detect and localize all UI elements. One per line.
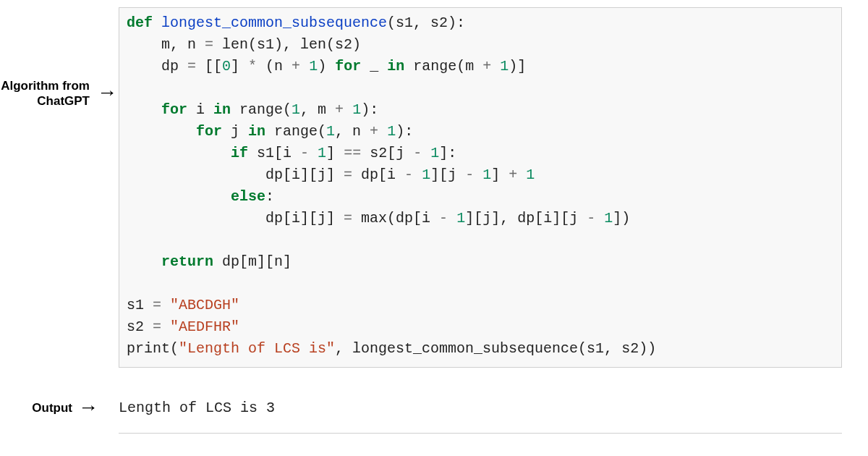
code-token: dp xyxy=(127,58,187,75)
code-token: ] xyxy=(326,145,344,161)
code-token: 1 xyxy=(526,166,535,183)
code-token xyxy=(127,188,231,205)
code-token: , n xyxy=(335,123,370,140)
code-token xyxy=(344,101,352,118)
code-token xyxy=(422,145,430,161)
code-token: (s1, s2): xyxy=(387,14,465,31)
code-token: 1 xyxy=(309,58,318,75)
code-token: range( xyxy=(231,101,292,118)
code-token: * xyxy=(248,58,257,75)
code-token: range( xyxy=(265,123,326,140)
code-token xyxy=(378,123,387,140)
code-token: return xyxy=(161,253,213,270)
code-token: ][j xyxy=(430,166,465,183)
code-token: for xyxy=(196,123,222,140)
code-token xyxy=(127,253,161,270)
code-token: in xyxy=(248,123,265,140)
code-token: dp[i][j] xyxy=(127,210,344,227)
code-token: 1 xyxy=(422,166,430,183)
code-token xyxy=(517,166,526,183)
code-token: m, n xyxy=(127,36,205,53)
code-token: = xyxy=(187,58,196,75)
code-token: , longest_common_subsequence(s1, s2)) xyxy=(335,340,656,357)
code-token: - xyxy=(587,210,595,227)
code-token xyxy=(491,58,500,75)
code-token: print( xyxy=(127,340,179,357)
code-token: if xyxy=(231,145,248,161)
code-token: ]) xyxy=(613,210,630,227)
code-token xyxy=(309,145,318,161)
code-token: ): xyxy=(361,101,378,118)
code-token: 1 xyxy=(326,123,335,140)
code-token: + xyxy=(292,58,300,75)
code-token: : xyxy=(265,188,274,205)
code-block: def longest_common_subsequence(s1, s2): … xyxy=(119,7,842,368)
code-token: dp[i][j] xyxy=(127,166,344,183)
program-output: Length of LCS is 3 xyxy=(119,400,275,416)
code-token: [[ xyxy=(196,58,222,75)
code-token xyxy=(127,145,231,161)
code-token xyxy=(448,210,456,227)
code-token: s2 xyxy=(127,318,153,335)
code-token: = xyxy=(153,297,161,313)
code-token: ]: xyxy=(439,145,456,161)
code-token: s1[i xyxy=(248,145,300,161)
code-token: len(s1), len(s2) xyxy=(213,36,361,53)
code-token: = xyxy=(205,36,213,53)
output-label: Output xyxy=(0,400,72,415)
code-token: = xyxy=(344,166,352,183)
code-token: "Length of LCS is" xyxy=(179,340,335,357)
code-token: (n xyxy=(257,58,292,75)
code-token: 0 xyxy=(222,58,231,75)
code-token: - xyxy=(404,166,413,183)
code-token: = xyxy=(153,318,161,335)
code-token xyxy=(153,14,161,31)
code-token: == xyxy=(344,145,361,161)
code-token xyxy=(413,166,422,183)
code-token xyxy=(474,166,482,183)
algorithm-label: Algorithm from ChatGPT xyxy=(0,78,90,109)
code-token: def xyxy=(127,14,153,31)
code-token xyxy=(595,210,604,227)
code-token xyxy=(161,297,170,313)
code-token: s1 xyxy=(127,297,153,313)
code-token: )] xyxy=(509,58,526,75)
code-token: for xyxy=(161,101,187,118)
code-token: 1 xyxy=(604,210,613,227)
code-token: ): xyxy=(396,123,413,140)
code-token: "AEDFHR" xyxy=(170,318,239,335)
code-token: + xyxy=(370,123,378,140)
code-token: = xyxy=(344,210,352,227)
code-token: _ xyxy=(361,58,387,75)
code-token: 1 xyxy=(482,166,491,183)
code-token: j xyxy=(222,123,248,140)
divider xyxy=(119,433,842,434)
code-token: + xyxy=(509,166,517,183)
code-token: - xyxy=(465,166,474,183)
code-token: 1 xyxy=(456,210,465,227)
code-token: ][j], dp[i][j xyxy=(465,210,587,227)
code-token xyxy=(161,318,170,335)
code-token: i xyxy=(187,101,213,118)
code-token: in xyxy=(213,101,231,118)
code-token: else xyxy=(231,188,265,205)
code-token: ) xyxy=(318,58,335,75)
code-token: 1 xyxy=(292,101,300,118)
arrow-icon: → xyxy=(97,81,117,104)
code-token: + xyxy=(482,58,491,75)
code-token: longest_common_subsequence xyxy=(161,14,387,31)
code-token: dp[i xyxy=(352,166,404,183)
code-token: ] xyxy=(491,166,509,183)
code-token xyxy=(127,101,161,118)
code-token: 1 xyxy=(352,101,361,118)
code-token: ] xyxy=(231,58,248,75)
code-token: 1 xyxy=(430,145,439,161)
code-token xyxy=(300,58,309,75)
code-token: range(m xyxy=(404,58,482,75)
code-token: , m xyxy=(300,101,335,118)
code-token: in xyxy=(387,58,404,75)
code-token: s2[j xyxy=(361,145,413,161)
code-token: max(dp[i xyxy=(352,210,439,227)
code-token: - xyxy=(413,145,422,161)
code-token xyxy=(127,123,196,140)
